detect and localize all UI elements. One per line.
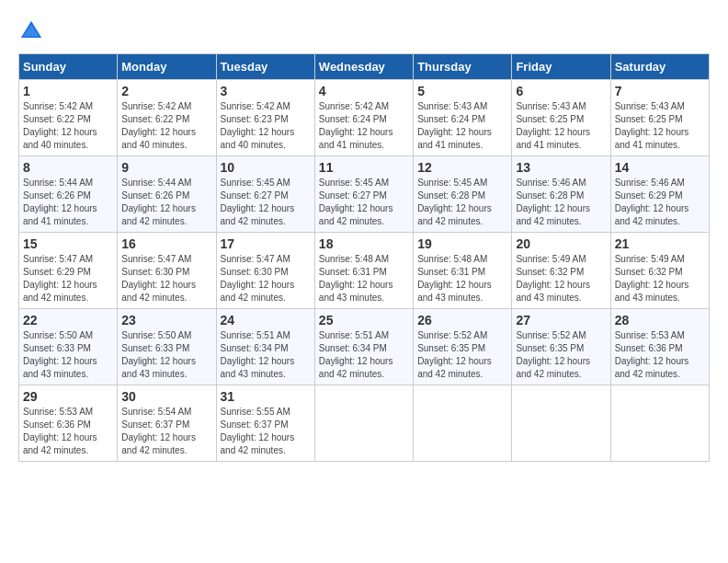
day-info: Sunrise: 5:42 AMSunset: 6:22 PMDaylight:… xyxy=(121,100,211,152)
day-info: Sunrise: 5:47 AMSunset: 6:30 PMDaylight:… xyxy=(121,253,211,304)
day-cell-1: 1Sunrise: 5:42 AMSunset: 6:22 PMDaylight… xyxy=(19,80,118,156)
day-cell-18: 18Sunrise: 5:48 AMSunset: 6:31 PMDayligh… xyxy=(314,233,413,309)
column-header-sunday: Sunday xyxy=(19,54,118,80)
day-number: 31 xyxy=(221,389,311,404)
day-number: 18 xyxy=(319,236,409,251)
empty-cell xyxy=(610,385,709,462)
day-number: 23 xyxy=(121,313,211,327)
day-number: 21 xyxy=(615,236,705,251)
calendar-header-row: SundayMondayTuesdayWednesdayThursdayFrid… xyxy=(19,54,710,80)
day-number: 29 xyxy=(23,389,113,404)
day-info: Sunrise: 5:51 AMSunset: 6:34 PMDaylight:… xyxy=(319,329,409,381)
day-cell-12: 12Sunrise: 5:45 AMSunset: 6:28 PMDayligh… xyxy=(414,156,512,233)
day-cell-23: 23Sunrise: 5:50 AMSunset: 6:33 PMDayligh… xyxy=(118,309,216,385)
day-number: 3 xyxy=(221,84,311,98)
day-info: Sunrise: 5:53 AMSunset: 6:36 PMDaylight:… xyxy=(615,329,705,381)
day-number: 4 xyxy=(319,84,409,98)
day-number: 25 xyxy=(319,313,409,327)
day-number: 13 xyxy=(516,160,606,175)
day-cell-19: 19Sunrise: 5:48 AMSunset: 6:31 PMDayligh… xyxy=(414,233,512,309)
column-header-monday: Monday xyxy=(118,54,216,80)
day-number: 9 xyxy=(121,160,211,175)
day-info: Sunrise: 5:45 AMSunset: 6:28 PMDaylight:… xyxy=(417,177,507,228)
day-number: 24 xyxy=(221,313,311,327)
column-header-thursday: Thursday xyxy=(414,54,512,80)
day-cell-28: 28Sunrise: 5:53 AMSunset: 6:36 PMDayligh… xyxy=(610,309,709,385)
day-number: 14 xyxy=(615,160,705,175)
day-number: 26 xyxy=(417,313,507,327)
day-cell-15: 15Sunrise: 5:47 AMSunset: 6:29 PMDayligh… xyxy=(19,233,118,309)
day-number: 22 xyxy=(23,313,113,327)
week-row-5: 29Sunrise: 5:53 AMSunset: 6:36 PMDayligh… xyxy=(19,385,710,462)
day-cell-11: 11Sunrise: 5:45 AMSunset: 6:27 PMDayligh… xyxy=(314,156,413,233)
day-cell-26: 26Sunrise: 5:52 AMSunset: 6:35 PMDayligh… xyxy=(414,309,512,385)
day-info: Sunrise: 5:53 AMSunset: 6:36 PMDaylight:… xyxy=(23,406,113,457)
day-cell-2: 2Sunrise: 5:42 AMSunset: 6:22 PMDaylight… xyxy=(118,80,216,156)
day-cell-5: 5Sunrise: 5:43 AMSunset: 6:24 PMDaylight… xyxy=(414,80,512,156)
day-info: Sunrise: 5:49 AMSunset: 6:32 PMDaylight:… xyxy=(516,253,606,304)
day-number: 12 xyxy=(417,160,507,175)
day-cell-31: 31Sunrise: 5:55 AMSunset: 6:37 PMDayligh… xyxy=(216,385,314,462)
day-number: 15 xyxy=(23,236,113,251)
day-info: Sunrise: 5:42 AMSunset: 6:23 PMDaylight:… xyxy=(221,100,311,152)
day-info: Sunrise: 5:43 AMSunset: 6:25 PMDaylight:… xyxy=(516,100,606,152)
day-info: Sunrise: 5:48 AMSunset: 6:31 PMDaylight:… xyxy=(417,253,507,304)
day-number: 19 xyxy=(417,236,507,251)
day-number: 20 xyxy=(516,236,606,251)
day-number: 28 xyxy=(615,313,705,327)
week-row-3: 15Sunrise: 5:47 AMSunset: 6:29 PMDayligh… xyxy=(19,233,710,309)
day-cell-14: 14Sunrise: 5:46 AMSunset: 6:29 PMDayligh… xyxy=(610,156,709,233)
day-number: 5 xyxy=(417,84,507,98)
day-info: Sunrise: 5:55 AMSunset: 6:37 PMDaylight:… xyxy=(221,406,311,457)
day-cell-16: 16Sunrise: 5:47 AMSunset: 6:30 PMDayligh… xyxy=(118,233,216,309)
day-info: Sunrise: 5:47 AMSunset: 6:30 PMDaylight:… xyxy=(221,253,311,304)
day-info: Sunrise: 5:54 AMSunset: 6:37 PMDaylight:… xyxy=(121,406,211,457)
day-cell-10: 10Sunrise: 5:45 AMSunset: 6:27 PMDayligh… xyxy=(216,156,314,233)
empty-cell xyxy=(314,385,413,462)
day-info: Sunrise: 5:43 AMSunset: 6:25 PMDaylight:… xyxy=(615,100,705,152)
column-header-friday: Friday xyxy=(512,54,610,80)
day-info: Sunrise: 5:46 AMSunset: 6:29 PMDaylight:… xyxy=(615,177,705,228)
day-cell-3: 3Sunrise: 5:42 AMSunset: 6:23 PMDaylight… xyxy=(216,80,314,156)
day-number: 11 xyxy=(319,160,409,175)
day-cell-6: 6Sunrise: 5:43 AMSunset: 6:25 PMDaylight… xyxy=(512,80,610,156)
day-cell-4: 4Sunrise: 5:42 AMSunset: 6:24 PMDaylight… xyxy=(314,80,413,156)
logo xyxy=(18,18,48,44)
day-number: 2 xyxy=(121,84,211,98)
header xyxy=(18,18,710,44)
day-cell-24: 24Sunrise: 5:51 AMSunset: 6:34 PMDayligh… xyxy=(216,309,314,385)
day-cell-21: 21Sunrise: 5:49 AMSunset: 6:32 PMDayligh… xyxy=(610,233,709,309)
day-info: Sunrise: 5:52 AMSunset: 6:35 PMDaylight:… xyxy=(516,329,606,381)
day-cell-29: 29Sunrise: 5:53 AMSunset: 6:36 PMDayligh… xyxy=(19,385,118,462)
day-info: Sunrise: 5:52 AMSunset: 6:35 PMDaylight:… xyxy=(417,329,507,381)
week-row-1: 1Sunrise: 5:42 AMSunset: 6:22 PMDaylight… xyxy=(19,80,710,156)
day-info: Sunrise: 5:43 AMSunset: 6:24 PMDaylight:… xyxy=(417,100,507,152)
day-number: 6 xyxy=(516,84,606,98)
day-info: Sunrise: 5:50 AMSunset: 6:33 PMDaylight:… xyxy=(23,329,113,381)
day-info: Sunrise: 5:44 AMSunset: 6:26 PMDaylight:… xyxy=(23,177,113,228)
week-row-4: 22Sunrise: 5:50 AMSunset: 6:33 PMDayligh… xyxy=(19,309,710,385)
day-info: Sunrise: 5:47 AMSunset: 6:29 PMDaylight:… xyxy=(23,253,113,304)
day-cell-27: 27Sunrise: 5:52 AMSunset: 6:35 PMDayligh… xyxy=(512,309,610,385)
empty-cell xyxy=(512,385,610,462)
day-info: Sunrise: 5:49 AMSunset: 6:32 PMDaylight:… xyxy=(615,253,705,304)
day-info: Sunrise: 5:51 AMSunset: 6:34 PMDaylight:… xyxy=(221,329,311,381)
day-info: Sunrise: 5:48 AMSunset: 6:31 PMDaylight:… xyxy=(319,253,409,304)
day-number: 16 xyxy=(121,236,211,251)
day-cell-25: 25Sunrise: 5:51 AMSunset: 6:34 PMDayligh… xyxy=(314,309,413,385)
day-info: Sunrise: 5:42 AMSunset: 6:24 PMDaylight:… xyxy=(319,100,409,152)
day-number: 7 xyxy=(615,84,705,98)
week-row-2: 8Sunrise: 5:44 AMSunset: 6:26 PMDaylight… xyxy=(19,156,710,233)
day-info: Sunrise: 5:42 AMSunset: 6:22 PMDaylight:… xyxy=(23,100,113,152)
day-cell-13: 13Sunrise: 5:46 AMSunset: 6:28 PMDayligh… xyxy=(512,156,610,233)
day-number: 27 xyxy=(516,313,606,327)
day-info: Sunrise: 5:44 AMSunset: 6:26 PMDaylight:… xyxy=(121,177,211,228)
calendar-table: SundayMondayTuesdayWednesdayThursdayFrid… xyxy=(18,53,710,462)
empty-cell xyxy=(414,385,512,462)
day-number: 1 xyxy=(23,84,113,98)
day-number: 30 xyxy=(121,389,211,404)
day-cell-30: 30Sunrise: 5:54 AMSunset: 6:37 PMDayligh… xyxy=(118,385,216,462)
day-number: 10 xyxy=(221,160,311,175)
day-info: Sunrise: 5:50 AMSunset: 6:33 PMDaylight:… xyxy=(121,329,211,381)
day-info: Sunrise: 5:46 AMSunset: 6:28 PMDaylight:… xyxy=(516,177,606,228)
